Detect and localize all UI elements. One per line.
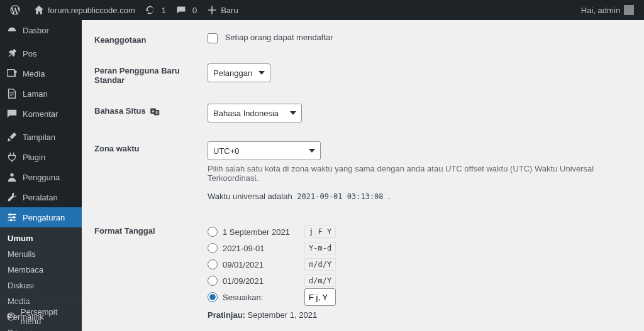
timezone-utc: Waktu universal adalah 2021-09-01 03:13:…: [208, 192, 631, 201]
membership-row: Keanggotaan Setiap orang dapat mendaftar: [94, 26, 631, 51]
sidebar-item-posts[interactable]: Pos: [0, 43, 82, 63]
sidebar-item-label: Tampilan: [23, 133, 55, 142]
time-format-row: Format Waktu 3:13 amg:i a3:13 AMg:i A03:…: [94, 326, 631, 331]
sidebar-item-label: Plugin: [23, 153, 45, 162]
sidebar-item-label: Peralatan: [23, 193, 58, 202]
page-icon: [6, 88, 18, 99]
sidebar-item-users[interactable]: Pengguna: [0, 167, 82, 187]
date-format-code: d/m/Y: [304, 274, 336, 287]
date-format-option: 1 September 2021j F Y: [208, 224, 631, 240]
settings-general-page: Keanggotaan Setiap orang dapat mendaftar…: [82, 20, 644, 331]
submenu-item[interactable]: Menulis: [0, 246, 82, 262]
sidebar-item-label: Dasbor: [23, 26, 49, 35]
site-language-select[interactable]: Bahasa Indonesia: [208, 104, 302, 122]
date-format-display: 01/09/2021: [223, 276, 304, 286]
membership-label: Keanggotaan: [94, 33, 208, 45]
timezone-row: Zona waktu UTC+0 Pilih salah satu kota d…: [94, 129, 631, 201]
svg-text:A: A: [152, 109, 155, 112]
date-format-radio[interactable]: [208, 243, 218, 253]
pin-icon: [6, 48, 18, 59]
sidebar-item-dashboard[interactable]: Dasbor: [0, 20, 82, 40]
date-format-custom-radio[interactable]: [208, 292, 218, 302]
svg-point-5: [7, 313, 14, 320]
collapse-label: Persempit menu: [21, 307, 75, 326]
svg-point-0: [14, 70, 17, 73]
translate-icon: A文: [150, 107, 160, 116]
utc-time-value: 2021-09-01 03:13:08: [294, 191, 386, 202]
date-format-code: Y-m-d: [304, 242, 336, 254]
media-icon: [6, 68, 18, 79]
svg-rect-2: [9, 214, 11, 216]
site-home-link[interactable]: forum.republiccode.com: [29, 0, 140, 20]
submenu-item[interactable]: Umum: [0, 231, 82, 246]
wordpress-icon: [10, 5, 20, 15]
account-link[interactable]: Hai, admin: [576, 0, 639, 20]
sidebar-item-pages[interactable]: Laman: [0, 84, 82, 104]
avatar: [624, 5, 634, 15]
comment-icon: [176, 5, 186, 15]
submenu-item[interactable]: Membaca: [0, 262, 82, 278]
date-format-radio[interactable]: [208, 276, 218, 286]
date-format-custom: Sesuaikan:: [208, 289, 631, 305]
new-label: Baru: [221, 6, 238, 15]
home-icon: [34, 5, 44, 15]
collapse-menu[interactable]: Persempit menu: [0, 301, 82, 331]
sidebar-item-label: Laman: [23, 89, 48, 99]
sidebar-item-appearance[interactable]: Tampilan: [0, 127, 82, 147]
timezone-select[interactable]: UTC+0: [208, 141, 321, 160]
plus-icon: [207, 5, 217, 15]
svg-rect-4: [10, 219, 12, 222]
date-format-radio[interactable]: [208, 259, 218, 269]
site-language-label: Bahasa Situs A文: [94, 104, 208, 116]
sidebar-item-label: Komentar: [23, 109, 58, 119]
updates-icon: [145, 5, 155, 15]
svg-rect-3: [13, 216, 15, 219]
svg-text:文: 文: [155, 111, 158, 114]
sidebar-item-media[interactable]: Media: [0, 63, 82, 84]
sidebar-item-label: Pos: [23, 49, 36, 58]
membership-checkbox-wrap[interactable]: Setiap orang dapat mendaftar: [208, 33, 333, 42]
sidebar-item-label: Pengguna: [23, 173, 60, 182]
date-format-label: Format Tanggal: [94, 224, 208, 236]
sidebar-item-plugins[interactable]: Plugin: [0, 147, 82, 167]
new-content-link[interactable]: Baru: [202, 0, 243, 20]
svg-point-1: [10, 173, 13, 176]
admin-bar: forum.republiccode.com 1 0 Baru Hai, adm…: [0, 0, 644, 20]
date-format-radio[interactable]: [208, 227, 218, 237]
admin-sidebar: DasborPosMediaLamanKomentarTampilanPlugi…: [0, 20, 82, 331]
comments-link[interactable]: 0: [171, 0, 202, 20]
site-name: forum.republiccode.com: [48, 6, 135, 15]
date-format-display: 1 September 2021: [223, 227, 304, 237]
sidebar-item-label: Media: [23, 69, 45, 79]
greeting: Hai, admin: [581, 6, 620, 15]
user-icon: [6, 171, 18, 183]
date-format-display: 09/01/2021: [223, 260, 304, 269]
membership-checkbox-label: Setiap orang dapat mendaftar: [225, 33, 333, 42]
comments-count: 0: [192, 6, 197, 15]
date-format-option: 2021-09-01Y-m-d: [208, 240, 631, 256]
wp-logo[interactable]: [5, 0, 29, 20]
timezone-label: Zona waktu: [94, 141, 208, 153]
submenu-item[interactable]: Diskusi: [0, 278, 82, 293]
date-format-option: 09/01/2021m/d/Y: [208, 256, 631, 273]
sidebar-item-comments[interactable]: Komentar: [0, 104, 82, 124]
date-format-option: 01/09/2021d/m/Y: [208, 273, 631, 289]
brush-icon: [6, 131, 18, 143]
sidebar-item-tools[interactable]: Peralatan: [0, 187, 82, 207]
sliders-icon: [6, 212, 18, 223]
timezone-help: Pilih salah satu kota di zona waktu yang…: [208, 164, 631, 183]
membership-checkbox[interactable]: [208, 33, 218, 43]
default-role-select[interactable]: Pelanggan: [208, 63, 270, 82]
date-format-custom-label: Sesuaikan:: [223, 293, 304, 302]
updates-link[interactable]: 1: [140, 0, 171, 20]
updates-count: 1: [162, 6, 166, 15]
site-language-row: Bahasa Situs A文 Bahasa Indonesia: [94, 91, 631, 129]
date-format-code: m/d/Y: [304, 258, 336, 271]
default-role-row: Peran Pengguna Baru Standar Pelanggan: [94, 51, 631, 91]
sidebar-item-label: Pengaturan: [23, 213, 65, 222]
date-format-preview: Pratinjau: September 1, 2021: [208, 310, 631, 320]
sidebar-item-settings[interactable]: Pengaturan: [0, 207, 82, 227]
comment-icon: [6, 108, 18, 119]
wrench-icon: [6, 192, 18, 203]
date-format-custom-input[interactable]: [304, 288, 336, 306]
